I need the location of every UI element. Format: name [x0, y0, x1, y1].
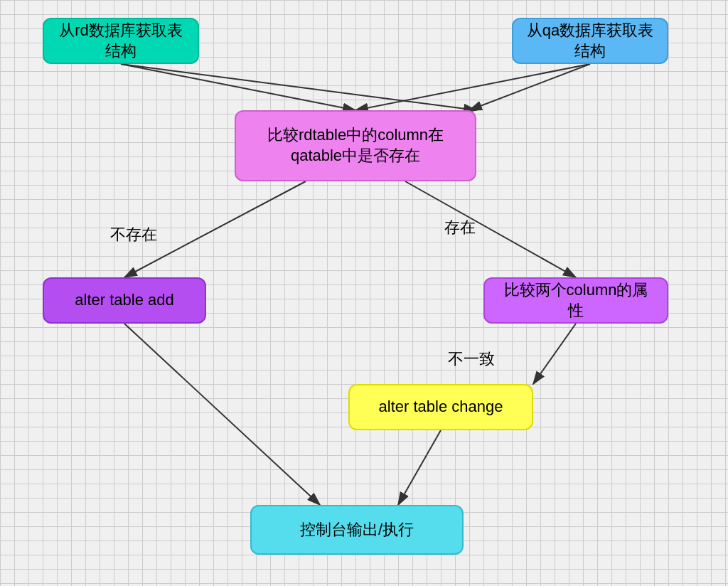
- node-output: 控制台输出/执行: [250, 505, 464, 555]
- svg-line-1: [355, 64, 590, 110]
- label-not-exist: 不存在: [110, 224, 157, 245]
- label-inconsistent: 不一致: [448, 348, 495, 370]
- svg-line-2: [121, 64, 476, 110]
- node-change-label: alter table change: [379, 397, 503, 417]
- node-compare-label: 比较rdtable中的column在 qatable中是否存在: [267, 125, 444, 166]
- node-qa: 从qa数据库获取表结构: [512, 18, 668, 64]
- svg-line-6: [533, 324, 576, 384]
- node-qa-label: 从qa数据库获取表结构: [526, 21, 654, 61]
- svg-line-3: [469, 64, 590, 110]
- svg-line-7: [124, 324, 320, 505]
- node-output-label: 控制台输出/执行: [300, 520, 414, 540]
- node-rd-label: 从rd数据库获取表结构: [57, 21, 185, 61]
- svg-line-0: [121, 64, 355, 110]
- node-add: alter table add: [43, 277, 206, 324]
- node-rd: 从rd数据库获取表结构: [43, 18, 199, 64]
- flowchart-diagram: 从rd数据库获取表结构 从qa数据库获取表结构 比较rdtable中的colum…: [0, 0, 728, 586]
- node-change: alter table change: [348, 384, 533, 430]
- svg-line-5: [405, 181, 576, 277]
- node-add-label: alter table add: [75, 290, 173, 311]
- node-attr: 比较两个column的属性: [483, 277, 668, 324]
- node-attr-label: 比较两个column的属性: [498, 280, 654, 321]
- label-exist: 存在: [444, 217, 476, 238]
- svg-line-8: [398, 430, 441, 505]
- node-compare: 比较rdtable中的column在 qatable中是否存在: [235, 110, 476, 181]
